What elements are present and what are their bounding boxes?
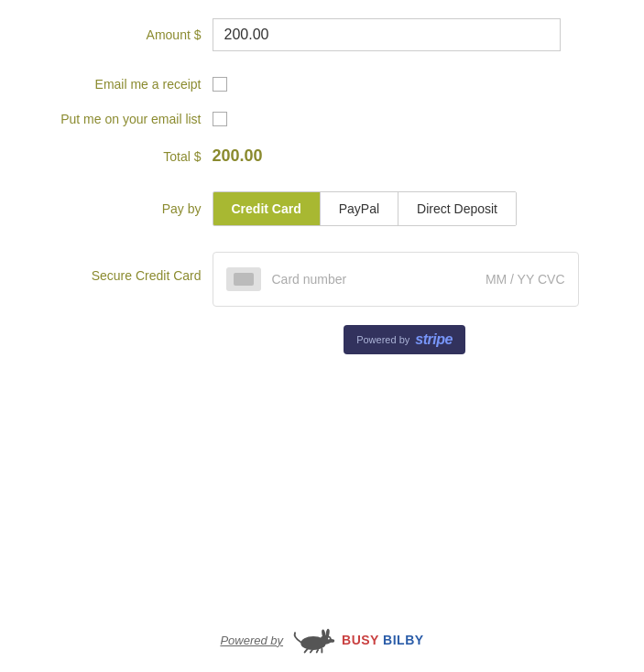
email-list-row: Put me on your email list [48,112,597,126]
email-receipt-label: Email me a receipt [48,77,213,92]
card-icon [226,267,261,291]
stripe-powered-by-text: Powered by [356,334,409,345]
email-receipt-checkbox[interactable] [213,77,227,92]
amount-row: Amount $ [48,18,597,51]
email-list-checkbox[interactable] [213,112,227,126]
card-icon-inner [234,273,254,286]
footer-logo-area: Busy Bilby [290,626,424,654]
total-label: Total $ [48,149,213,164]
brand-busy: Busy [342,633,379,647]
total-row: Total $ 200.00 [48,146,597,166]
pay-by-label: Pay by [48,201,213,216]
svg-line-6 [305,649,308,653]
card-number-placeholder: Card number [272,272,476,287]
amount-input[interactable] [213,18,561,51]
stripe-badge-row: Powered by stripe [213,325,597,354]
email-receipt-row: Email me a receipt [48,77,597,92]
svg-line-8 [317,650,318,653]
card-input-box[interactable]: Card number MM / YY CVC [213,252,579,307]
tab-paypal[interactable]: PayPal [321,192,398,225]
svg-point-2 [329,639,334,643]
svg-point-5 [328,638,330,640]
bilby-icon [290,626,336,654]
tab-direct-deposit[interactable]: Direct Deposit [398,192,516,225]
secure-cc-label: Secure Credit Card [48,252,213,283]
brand-name: Busy Bilby [342,633,424,647]
svg-line-7 [311,650,312,653]
total-value: 200.00 [213,146,263,166]
amount-label: Amount $ [48,27,213,42]
stripe-badge: Powered by stripe [344,325,465,354]
pay-by-tabs: Credit Card PayPal Direct Deposit [213,191,518,226]
brand-bilby: Bilby [379,633,424,647]
pay-by-row: Pay by Credit Card PayPal Direct Deposit [48,191,597,226]
card-expiry-cvc: MM / YY CVC [486,272,565,287]
email-list-label: Put me on your email list [48,112,213,126]
footer-powered-by: Powered by [220,634,283,647]
tab-credit-card[interactable]: Credit Card [213,192,321,225]
secure-credit-card-row: Secure Credit Card Card number MM / YY C… [48,252,597,307]
footer: Powered by Busy Bilby [0,626,644,654]
stripe-logo: stripe [415,331,453,348]
